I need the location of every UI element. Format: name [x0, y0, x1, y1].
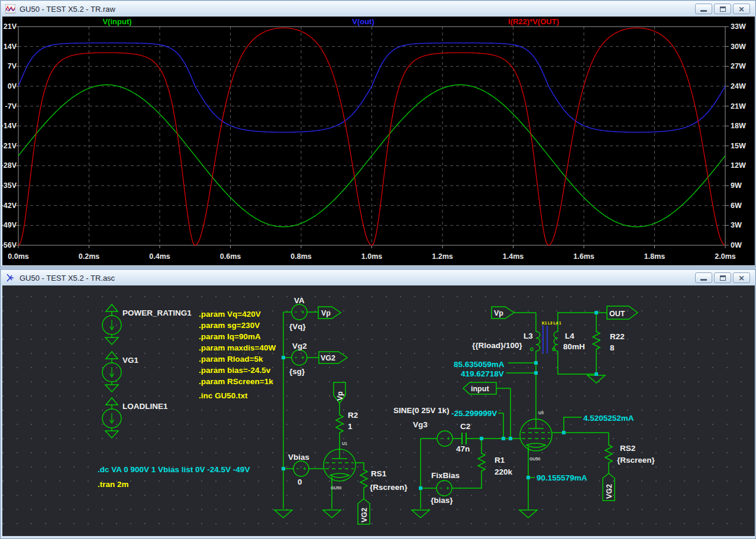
- capacitor-c2[interactable]: [462, 433, 466, 444]
- close-button[interactable]: [733, 4, 750, 14]
- voltage-source-vg2[interactable]: [292, 350, 307, 365]
- component-value[interactable]: 0: [298, 478, 302, 486]
- legend-label[interactable]: V(out): [352, 17, 374, 26]
- resistor-r1[interactable]: [478, 451, 485, 473]
- net-flag-vg2-rs1[interactable]: VG2: [358, 499, 370, 524]
- waveform-plot[interactable]: 0.0ms0.2ms0.4ms0.6ms0.8ms1.0ms1.2ms1.4ms…: [2, 17, 755, 265]
- component-name[interactable]: R2: [348, 411, 358, 420]
- x-tick-label: 0.4ms: [149, 252, 170, 261]
- net-flag-vp-va[interactable]: Vp: [318, 307, 341, 319]
- spice-directive-dc[interactable]: .dc VA 0 900V 1 Vbias list 0V -24.5V -49…: [98, 465, 250, 474]
- component-value[interactable]: {{Rload}/100}: [472, 341, 523, 350]
- component-name[interactable]: R22: [610, 332, 625, 341]
- source-label[interactable]: LOADLINE1: [122, 402, 168, 411]
- component-name[interactable]: Vg2: [292, 342, 307, 350]
- component-name[interactable]: C2: [460, 422, 470, 431]
- component-name[interactable]: RS2: [620, 444, 635, 453]
- component-value[interactable]: {Rscreen}: [617, 456, 655, 465]
- component-name[interactable]: L4: [565, 332, 574, 340]
- current-source-vg1[interactable]: [102, 352, 121, 392]
- net-flag-out[interactable]: OUT: [607, 306, 638, 319]
- voltage-source-va[interactable]: [292, 304, 307, 320]
- component-name[interactable]: FixBias: [431, 471, 460, 480]
- component-name[interactable]: Vg3: [413, 420, 428, 429]
- component-value[interactable]: {Rscreen}: [370, 483, 408, 492]
- schematic-canvas[interactable]: Vp VG2 Vp VG2 input Vp: [2, 285, 755, 536]
- component-value[interactable]: 80mH: [563, 342, 585, 351]
- resistor-r2[interactable]: [336, 413, 343, 435]
- schematic-titlebar[interactable]: GU50 - TEST X5.2 - TR.asc: [1, 270, 755, 285]
- component-value[interactable]: {Vq}: [289, 322, 306, 331]
- component-name[interactable]: VA: [294, 296, 305, 305]
- component-name[interactable]: L3: [524, 332, 533, 340]
- net-flag-input[interactable]: input: [463, 382, 496, 394]
- voltage-source-vg3[interactable]: [437, 431, 453, 446]
- voltage-source-fixbias[interactable]: [437, 480, 452, 496]
- component-name[interactable]: Vbias: [288, 453, 309, 462]
- left-tick-label: -35V: [2, 181, 17, 190]
- resistor-rs2[interactable]: [605, 443, 612, 465]
- source-label[interactable]: POWER_RATING1: [122, 309, 192, 317]
- component-value[interactable]: 220k: [495, 467, 513, 476]
- restore-icon: [720, 275, 726, 281]
- component-value[interactable]: 47n: [456, 444, 470, 453]
- tube-u1[interactable]: [324, 449, 356, 482]
- spice-directive[interactable]: .param Rload=5k: [199, 355, 263, 363]
- component-value[interactable]: {bias}: [431, 496, 453, 505]
- legend-label[interactable]: V(input): [102, 17, 131, 26]
- waveform-titlebar[interactable]: GU50 - TEST X5.2 - TR.raw: [1, 1, 755, 17]
- inductor-l4[interactable]: [553, 332, 558, 351]
- net-flag-vp-xfmr[interactable]: Vp: [492, 307, 514, 319]
- left-tick-label: 14V: [4, 43, 17, 51]
- resistor-rs1[interactable]: [360, 467, 367, 490]
- ltspice-schematic-icon: [5, 273, 15, 283]
- voltage-source-vbias[interactable]: [293, 461, 309, 476]
- minimize-button[interactable]: [695, 272, 712, 283]
- measurement-plate-voltage: 419.62718V: [461, 369, 504, 378]
- legend-label[interactable]: I(R22)*V(OUT): [508, 17, 559, 26]
- spice-directive[interactable]: .param RScreen=1k: [199, 377, 273, 386]
- component-value[interactable]: 1: [348, 422, 353, 431]
- k-statement[interactable]: K1 L3 L4 1: [542, 321, 561, 325]
- spice-directive-tran[interactable]: .tran 2m: [98, 480, 129, 489]
- close-button[interactable]: [733, 272, 750, 283]
- x-tick-label: 1.6ms: [573, 252, 594, 261]
- net-flag-vp-r2[interactable]: Vp: [334, 382, 345, 403]
- spice-directive[interactable]: .inc GU50.txt: [199, 391, 248, 400]
- spice-directive[interactable]: .param Iq=90mA: [199, 332, 261, 341]
- x-tick-label: 2.0ms: [715, 252, 735, 261]
- schematic-svg[interactable]: Vp VG2 Vp VG2 input Vp: [2, 285, 755, 536]
- component-name[interactable]: U5: [538, 411, 544, 415]
- component-name[interactable]: U1: [342, 441, 347, 446]
- restore-button[interactable]: [714, 272, 731, 283]
- component-type: GU50: [331, 486, 341, 490]
- current-source-loadline[interactable]: [102, 398, 121, 438]
- spice-directive[interactable]: .param sg=230V: [199, 321, 260, 330]
- right-tick-label: 6W: [731, 202, 742, 210]
- current-source-power-rating[interactable]: [102, 304, 121, 345]
- component-name[interactable]: R1: [495, 456, 505, 465]
- net-flag-vg2-src[interactable]: VG2: [319, 352, 347, 363]
- right-tick-label: 9W: [731, 181, 742, 190]
- component-value[interactable]: {sg}: [289, 367, 305, 376]
- net-flag-vg2-rs2[interactable]: VG2: [603, 473, 615, 501]
- source-label[interactable]: VG1: [122, 356, 139, 365]
- restore-icon: [720, 7, 726, 12]
- waveform-plot-area[interactable]: 0.0ms0.2ms0.4ms0.6ms0.8ms1.0ms1.2ms1.4ms…: [2, 17, 755, 265]
- minimize-button[interactable]: [695, 4, 712, 14]
- spice-directive[interactable]: .param bias=-24.5v: [199, 366, 271, 375]
- junction-dots: [282, 311, 598, 490]
- window-title: GU50 - TEST X5.2 - TR.raw: [20, 5, 115, 14]
- component-value[interactable]: SINE(0 25V 1k): [393, 406, 450, 415]
- x-tick-label: 0.6ms: [220, 252, 241, 261]
- right-tick-label: 21W: [731, 102, 746, 111]
- component-value[interactable]: 8: [610, 343, 615, 352]
- restore-button[interactable]: [714, 4, 731, 14]
- measurement-cathode-current: 90.155579mA: [537, 473, 587, 482]
- resistor-r22[interactable]: [593, 329, 600, 352]
- spice-directive[interactable]: .param maxdis=40W: [199, 343, 276, 352]
- component-name[interactable]: RS1: [371, 469, 387, 478]
- spice-directive[interactable]: .param Vq=420V: [199, 310, 261, 319]
- window-title: GU50 - TEST X5.2 - TR.asc: [20, 274, 115, 283]
- tube-u5[interactable]: [520, 419, 552, 452]
